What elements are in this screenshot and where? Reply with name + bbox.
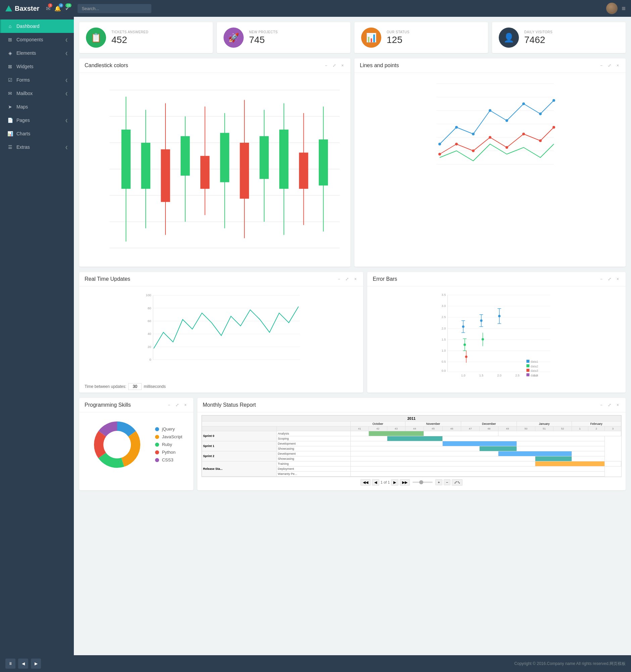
error-bars-minimize[interactable]: − <box>599 276 604 282</box>
lines-minimize[interactable]: − <box>599 63 604 69</box>
sidebar-item-extras[interactable]: ☰ Extras ❮ <box>0 140 74 154</box>
python-label: Python <box>162 450 175 455</box>
task-showcase1: Showcasing <box>277 446 350 451</box>
svg-text:data1: data1 <box>531 360 538 363</box>
monthly-minimize[interactable]: − <box>599 402 604 408</box>
gantt-prev-page[interactable]: ◀ <box>372 479 379 486</box>
error-bars-svg: 3.5 3.0 2.5 2.0 1.5 1.0 0.5 0.0 1.0 1.5 … <box>371 290 622 378</box>
wk2: 2 <box>588 426 605 431</box>
sidebar-item-mailbox[interactable]: ✉ Mailbox ❮ <box>0 87 74 100</box>
mail-button[interactable]: ✉ 3 <box>46 5 50 12</box>
update-label: Time between updates: <box>84 384 126 389</box>
realtime-expand[interactable]: ⤢ <box>344 276 350 282</box>
status-value: 125 <box>387 34 409 45</box>
sidebar-item-elements[interactable]: ◈ Elements ❮ <box>0 46 74 60</box>
update-input[interactable] <box>128 383 142 390</box>
gantt-zoom-out[interactable]: − <box>444 479 450 485</box>
skills-close[interactable]: × <box>183 402 188 408</box>
gantt-first-page[interactable]: ◀◀ <box>360 479 371 486</box>
candlestick-close[interactable]: × <box>340 63 345 69</box>
sidebar-item-left: 📊 Charts <box>7 131 30 136</box>
footer: ⏸ ◀ ▶ Copyright © 2016.Company name All … <box>0 655 631 672</box>
sidebar-label-widgets: Widgets <box>17 64 33 69</box>
error-bars-close[interactable]: × <box>615 276 620 282</box>
gantt-last-page[interactable]: ▶▶ <box>400 479 410 486</box>
wk45: 45 <box>424 426 443 431</box>
gantt-zoom-in[interactable]: + <box>435 479 442 485</box>
stat-card-tickets: 📋 TICKETS ANSWERED 452 <box>79 22 213 53</box>
candlestick-minimize[interactable]: − <box>324 63 329 69</box>
candlestick-expand[interactable]: ⤢ <box>331 63 337 69</box>
projects-label: NEW PROJECTS <box>249 30 278 34</box>
svg-rect-22 <box>259 136 269 179</box>
realtime-controls: − ⤢ × <box>336 276 358 282</box>
css3-dot <box>155 458 159 462</box>
svg-point-49 <box>522 133 525 135</box>
task-scoping: Scoping <box>277 436 350 441</box>
monthly-header: Monthly Status Report − ⤢ × <box>197 398 626 412</box>
training-bar <box>535 461 605 466</box>
lines-close[interactable]: × <box>615 63 620 69</box>
update-unit: milliseconds <box>144 384 166 389</box>
tickets-value: 452 <box>111 34 148 45</box>
mail-badge: 3 <box>48 3 52 7</box>
sidebar-item-dashboard[interactable]: ⌂ Dashboard <box>0 20 74 33</box>
footer-prev-btn[interactable]: ◀ <box>18 658 28 669</box>
stats-row: 📋 TICKETS ANSWERED 452 🚀 NEW PROJECTS 74… <box>79 22 626 53</box>
sidebar-item-left: ☑ Forms <box>7 77 30 82</box>
monthly-card: Monthly Status Report − ⤢ × 2011 <box>197 398 626 490</box>
sidebar-label-maps: Maps <box>17 104 28 110</box>
table-row: Release Sta... Training <box>202 461 621 466</box>
task-showcase2: Showcasing <box>277 456 350 461</box>
svg-text:3.0: 3.0 <box>442 304 446 308</box>
realtime-header: Real Time Updates − ⤢ × <box>79 272 363 286</box>
lines-expand[interactable]: ⤢ <box>606 63 612 69</box>
hamburger-button[interactable]: ≡ <box>622 5 626 13</box>
gantt-slider[interactable] <box>412 482 433 483</box>
stat-text-visitors: DAILY VISITORS 7462 <box>524 30 552 45</box>
svg-rect-113 <box>527 373 530 376</box>
svg-point-40 <box>505 119 508 122</box>
tickets-icon: 📋 <box>86 27 106 48</box>
sidebar-item-charts[interactable]: 📊 Charts <box>0 127 74 140</box>
sidebar-item-left: ☰ Extras <box>7 144 30 150</box>
stat-card-visitors: 👤 DAILY VISITORS 7462 <box>492 22 626 53</box>
monthly-expand[interactable]: ⤢ <box>606 402 612 408</box>
svg-text:1.0: 1.0 <box>442 349 446 352</box>
monthly-title: Monthly Status Report <box>203 402 256 408</box>
sidebar-item-components[interactable]: ⊞ Components ❮ <box>0 33 74 46</box>
gantt-fit[interactable]: ⤢⤡ <box>452 479 462 486</box>
sidebar-item-maps[interactable]: ➤ Maps <box>0 100 74 114</box>
footer-pause-btn[interactable]: ⏸ <box>5 658 16 669</box>
search-input[interactable] <box>78 4 151 13</box>
wk42: 42 <box>369 426 387 431</box>
monthly-close[interactable]: × <box>615 402 620 408</box>
wk51: 51 <box>535 426 553 431</box>
sidebar-item-left: ◈ Elements <box>7 50 36 56</box>
svg-point-37 <box>455 126 458 129</box>
sidebar-item-left: ⊠ Widgets <box>7 64 33 69</box>
svg-text:3.5: 3.5 <box>442 293 446 296</box>
skills-minimize[interactable]: − <box>167 402 172 408</box>
svg-text:20: 20 <box>148 344 151 348</box>
charts-row-1: Candlestick colors − ⤢ × <box>79 58 626 267</box>
tasks-button[interactable]: ✔ 15 <box>65 5 70 12</box>
sidebar-label-components: Components <box>17 37 43 42</box>
svg-text:2.0: 2.0 <box>498 374 501 377</box>
error-bars-expand[interactable]: ⤢ <box>606 276 612 282</box>
sidebar-item-pages[interactable]: 📄 Pages ❮ <box>0 114 74 127</box>
month-jan: January <box>517 421 572 426</box>
skills-expand[interactable]: ⤢ <box>174 402 180 408</box>
sidebar-item-forms[interactable]: ☑ Forms ❮ <box>0 73 74 87</box>
realtime-close[interactable]: × <box>353 276 358 282</box>
month-feb: February <box>572 421 621 426</box>
gantt-next-page[interactable]: ▶ <box>391 479 398 486</box>
sidebar-item-left: ⊞ Components <box>7 37 43 42</box>
footer-next-btn[interactable]: ▶ <box>31 658 41 669</box>
gantt-pagination: ◀◀ ◀ 1 of 1 ▶ ▶▶ + − ⤢⤡ <box>201 477 622 488</box>
realtime-minimize[interactable]: − <box>336 276 342 282</box>
gantt-body: 2011 October November December January F… <box>197 412 626 490</box>
bell-button[interactable]: 🔔 4 <box>54 5 61 12</box>
showcase2-bar <box>535 456 572 461</box>
sidebar-item-widgets[interactable]: ⊠ Widgets <box>0 60 74 73</box>
